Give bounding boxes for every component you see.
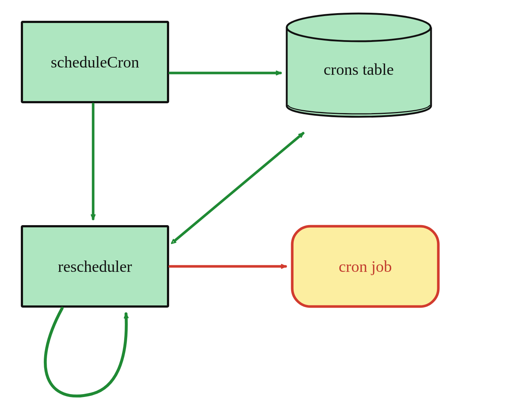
node-cron-job-label: cron job: [339, 258, 392, 275]
diagram-canvas: scheduleCron crons table rescheduler cro…: [0, 0, 526, 420]
edge-rescheduler-to-cronstable: [175, 133, 303, 241]
node-schedule-cron-label: scheduleCron: [51, 53, 139, 71]
node-cron-job: cron job: [292, 226, 438, 307]
node-crons-table: crons table: [287, 14, 431, 117]
svg-point-1: [287, 14, 431, 41]
svg-line-6: [175, 133, 303, 241]
node-rescheduler: rescheduler: [22, 226, 168, 307]
node-crons-table-label: crons table: [324, 61, 394, 78]
node-rescheduler-label: rescheduler: [58, 258, 132, 275]
node-schedule-cron: scheduleCron: [22, 22, 168, 102]
edge-rescheduler-self-loop: [45, 308, 126, 396]
